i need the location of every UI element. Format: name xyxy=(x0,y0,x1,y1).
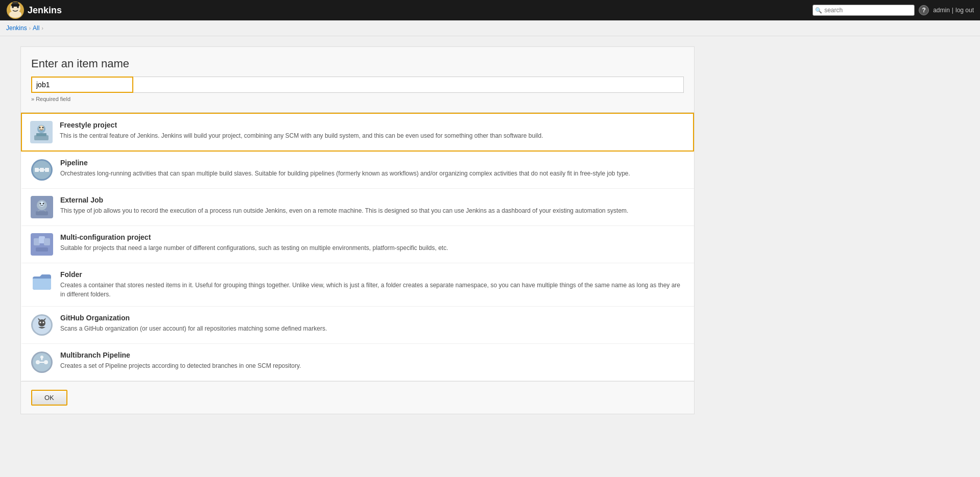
separator: | xyxy=(952,7,953,14)
multi-config-info: Multi-configuration project Suitable for… xyxy=(60,233,686,253)
github-org-desc: Scans a GitHub organization (or user acc… xyxy=(60,324,686,333)
svg-rect-18 xyxy=(45,168,49,172)
freestyle-name: Freestyle project xyxy=(60,121,685,129)
jenkins-header-title: Jenkins xyxy=(28,5,62,16)
multibranch-info: Multibranch Pipeline Creates a set of Pi… xyxy=(60,351,686,370)
jenkins-logo-icon xyxy=(6,1,25,19)
project-type-github-org[interactable]: GitHub Organization Scans a GitHub organ… xyxy=(21,307,694,344)
pipeline-icon xyxy=(31,159,53,181)
svg-rect-17 xyxy=(40,168,44,172)
project-type-pipeline[interactable]: Pipeline Orchestrates long-running activ… xyxy=(21,152,694,189)
folder-icon xyxy=(31,270,53,293)
svg-point-41 xyxy=(36,360,40,364)
svg-point-25 xyxy=(40,203,41,205)
svg-rect-6 xyxy=(12,2,18,4)
external-job-desc: This type of job allows you to record th… xyxy=(60,206,686,215)
svg-point-36 xyxy=(38,319,45,327)
freestyle-info: Freestyle project This is the central fe… xyxy=(60,121,685,140)
svg-rect-23 xyxy=(36,211,48,215)
external-job-icon xyxy=(31,196,53,218)
multi-config-name: Multi-configuration project xyxy=(60,233,686,241)
freestyle-desc: This is the central feature of Jenkins. … xyxy=(60,131,685,140)
freestyle-icon xyxy=(30,121,53,143)
user-area: admin | log out xyxy=(933,7,974,14)
svg-point-38 xyxy=(43,322,44,323)
main-content: Enter an item name » Required field xyxy=(0,36,715,424)
folder-info: Folder Creates a container that stores n… xyxy=(60,270,686,299)
item-name-section: Enter an item name » Required field xyxy=(20,46,695,113)
header-right: 🔍 ? admin | log out xyxy=(812,5,974,16)
breadcrumb-jenkins[interactable]: Jenkins xyxy=(6,24,27,32)
svg-rect-9 xyxy=(36,133,46,136)
section-title: Enter an item name xyxy=(31,57,684,70)
project-type-multi-config[interactable]: Multi-configuration project Suitable for… xyxy=(21,226,694,263)
svg-point-45 xyxy=(40,356,43,359)
external-job-name: External Job xyxy=(60,196,686,204)
breadcrumb-all[interactable]: All xyxy=(33,24,39,32)
svg-rect-16 xyxy=(35,168,39,172)
github-org-icon xyxy=(31,314,53,336)
item-name-input-extension[interactable] xyxy=(133,77,684,93)
project-type-multibranch[interactable]: Multibranch Pipeline Creates a set of Pi… xyxy=(21,344,694,381)
svg-point-2 xyxy=(9,11,21,18)
search-box-container: 🔍 xyxy=(812,5,915,16)
ok-button[interactable]: OK xyxy=(31,390,67,406)
project-types-section: Freestyle project This is the central fe… xyxy=(20,113,695,382)
svg-point-13 xyxy=(42,127,44,129)
search-icon: 🔍 xyxy=(815,7,822,14)
svg-rect-33 xyxy=(36,247,48,252)
item-name-row xyxy=(31,77,684,93)
svg-point-42 xyxy=(44,360,48,364)
multibranch-desc: Creates a set of Pipeline projects accor… xyxy=(60,361,686,370)
required-field-note: » Required field xyxy=(31,96,684,102)
multibranch-icon xyxy=(31,351,53,373)
admin-link[interactable]: admin xyxy=(933,7,950,14)
logout-link[interactable]: log out xyxy=(955,7,974,14)
multibranch-name: Multibranch Pipeline xyxy=(60,351,686,359)
header-left: Jenkins xyxy=(6,1,62,19)
pipeline-desc: Orchestrates long-running activities tha… xyxy=(60,169,686,178)
svg-rect-32 xyxy=(44,238,50,245)
item-name-input[interactable] xyxy=(31,77,133,93)
folder-name: Folder xyxy=(60,270,686,279)
github-org-info: GitHub Organization Scans a GitHub organ… xyxy=(60,314,686,333)
ok-section: OK xyxy=(20,382,695,414)
project-type-folder[interactable]: Folder Creates a container that stores n… xyxy=(21,263,694,307)
header: Jenkins 🔍 ? admin | log out xyxy=(0,0,980,20)
multi-config-icon xyxy=(31,233,53,256)
external-job-info: External Job This type of job allows you… xyxy=(60,196,686,215)
project-type-freestyle[interactable]: Freestyle project This is the central fe… xyxy=(21,113,694,152)
breadcrumb-arrow-1: › xyxy=(29,26,31,31)
logo-area: Jenkins xyxy=(6,1,62,19)
svg-point-37 xyxy=(40,322,41,323)
breadcrumb: Jenkins › All › xyxy=(0,20,980,36)
pipeline-info: Pipeline Orchestrates long-running activ… xyxy=(60,159,686,178)
svg-point-26 xyxy=(43,203,44,205)
breadcrumb-arrow-2: › xyxy=(41,26,43,31)
github-org-name: GitHub Organization xyxy=(60,314,686,322)
pipeline-name: Pipeline xyxy=(60,159,686,167)
multi-config-desc: Suitable for projects that need a large … xyxy=(60,243,686,253)
help-button[interactable]: ? xyxy=(919,5,929,15)
project-type-external-job[interactable]: External Job This type of job allows you… xyxy=(21,189,694,226)
search-input[interactable] xyxy=(812,5,915,16)
folder-desc: Creates a container that stores nested i… xyxy=(60,281,686,299)
svg-point-12 xyxy=(39,127,41,129)
